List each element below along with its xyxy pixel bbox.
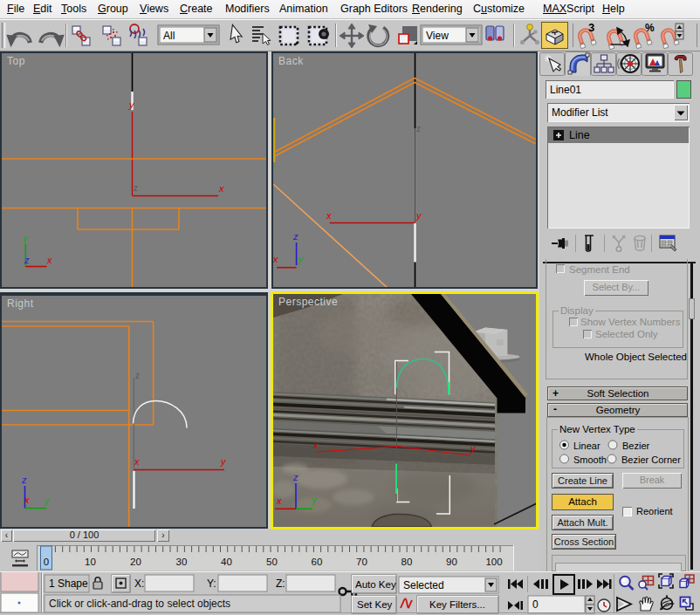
svg-text:y: y	[220, 456, 227, 467]
svg-text:0: 0	[44, 557, 49, 567]
svg-text:100: 100	[485, 557, 502, 567]
svg-text:x: x	[24, 495, 30, 505]
svg-text:Key Filters...: Key Filters...	[429, 599, 485, 610]
svg-text:x: x	[326, 210, 332, 221]
svg-text:Auto Key: Auto Key	[355, 579, 396, 590]
svg-text:10: 10	[85, 557, 96, 567]
svg-text:y: y	[22, 233, 29, 243]
svg-text:z: z	[135, 371, 140, 380]
svg-text:z: z	[24, 255, 30, 265]
svg-text:Click or click-and-drag to sel: Click or click-and-drag to select object…	[49, 598, 230, 610]
svg-text:x: x	[312, 440, 319, 450]
svg-text:z: z	[292, 472, 299, 482]
svg-text:60: 60	[312, 557, 323, 567]
svg-text:50: 50	[266, 557, 278, 567]
svg-text:X:: X:	[134, 577, 144, 590]
svg-text:90: 90	[446, 557, 457, 567]
svg-text:%: %	[645, 22, 655, 34]
svg-text:Selected: Selected	[403, 579, 444, 591]
svg-text:x: x	[218, 183, 224, 194]
svg-text:80: 80	[401, 557, 413, 567]
svg-text:x: x	[46, 255, 52, 265]
svg-text:z: z	[416, 124, 421, 133]
svg-text:1 Shape: 1 Shape	[49, 577, 88, 590]
svg-text:All: All	[163, 30, 175, 42]
svg-text:View: View	[426, 30, 449, 42]
svg-text:70: 70	[356, 557, 367, 567]
svg-text:20: 20	[130, 557, 141, 567]
svg-text:Z:: Z:	[276, 577, 285, 590]
svg-text:Y:: Y:	[207, 577, 216, 590]
svg-text:y: y	[415, 210, 422, 221]
svg-text:z: z	[21, 475, 27, 485]
svg-text:z: z	[292, 231, 299, 242]
svg-text:y: y	[298, 254, 305, 264]
svg-text:y: y	[128, 99, 135, 110]
svg-text:3: 3	[588, 21, 594, 34]
svg-text:x: x	[134, 456, 140, 467]
svg-text:0: 0	[532, 598, 539, 611]
svg-text:30: 30	[176, 557, 188, 567]
svg-text:40: 40	[221, 557, 232, 567]
svg-text:y: y	[44, 495, 51, 506]
svg-text:z: z	[134, 183, 138, 193]
svg-text:x: x	[276, 495, 282, 506]
svg-text:Set Key: Set Key	[357, 599, 393, 610]
svg-text:x: x	[273, 254, 278, 264]
